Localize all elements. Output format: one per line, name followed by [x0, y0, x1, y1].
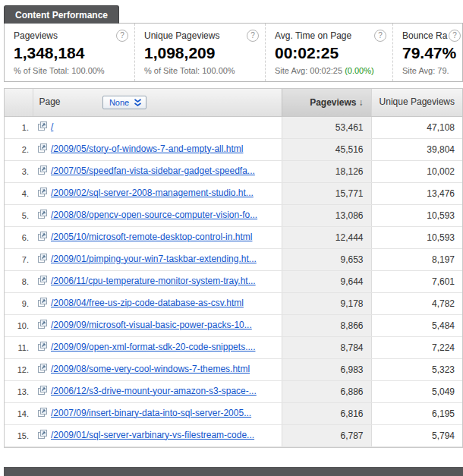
page-cell: /2009/02/sql-server-2008-management-stud…: [33, 182, 282, 204]
metric-title: Unique Pageviews: [144, 30, 257, 41]
dimension-dropdown[interactable]: None: [102, 96, 146, 109]
unique-pageviews-value: 5,049: [371, 380, 462, 402]
page-cell: /2009/09/microsoft-visual-basic-power-pa…: [33, 314, 282, 336]
page-link[interactable]: /2009/01/sql-server-varbinary-vs-filestr…: [51, 430, 254, 440]
page-link[interactable]: /2006/11/cpu-temperature-monitor-system-…: [51, 276, 256, 286]
metric-value: 1,348,184: [14, 44, 127, 62]
help-icon[interactable]: ?: [247, 30, 259, 42]
metric-title: Pageviews: [14, 30, 127, 41]
open-in-new-window-icon[interactable]: [37, 210, 47, 222]
table-body: 1. /: [5, 116, 462, 446]
row-rank: 10.: [5, 314, 33, 336]
page-link[interactable]: /2008/04/free-us-zip-code-database-as-cs…: [51, 298, 244, 308]
open-in-new-window-icon[interactable]: [37, 364, 47, 376]
dimension-dropdown-value: None: [109, 98, 129, 107]
page-link[interactable]: /2005/10/microsoft-remote-desktop-contro…: [51, 232, 252, 242]
page-link[interactable]: /2006/12/s3-drive-mount-your-amazon-s3-s…: [51, 386, 257, 396]
open-in-new-window-icon[interactable]: [37, 232, 47, 244]
unique-pageviews-value: 10,593: [371, 226, 462, 248]
page-link[interactable]: /2009/08/some-very-cool-windows-7-themes…: [51, 364, 250, 374]
open-in-new-window-icon[interactable]: [37, 188, 47, 200]
page-link[interactable]: /2007/05/speedfan-vista-sidebar-gadget-s…: [51, 165, 255, 176]
metric-title: Avg. Time on Page: [275, 30, 385, 41]
page-link[interactable]: /: [51, 121, 53, 132]
unique-pageviews-value: 13,476: [371, 182, 462, 204]
table-row: 7. /2009/01/pimping-your-win7-: [5, 248, 462, 270]
pageviews-value: 9,653: [282, 248, 371, 270]
open-in-new-window-icon[interactable]: [37, 254, 47, 266]
help-icon[interactable]: ?: [374, 30, 386, 42]
page-cell: /2006/11/cpu-temperature-monitor-system-…: [33, 270, 282, 292]
pageviews-value: 6,886: [282, 380, 371, 402]
open-in-new-window-icon[interactable]: [37, 121, 47, 134]
pageviews-value: 18,126: [282, 160, 371, 182]
pageviews-value: 9,178: [282, 292, 371, 314]
open-in-new-window-icon[interactable]: [37, 408, 47, 420]
page-link[interactable]: /2007/09/insert-binary-data-into-sql-ser…: [51, 408, 251, 418]
unique-pageviews-value: 7,224: [371, 336, 462, 358]
metric-pageviews: Pageviews ? 1,348,184 % of Site Total: 1…: [5, 24, 135, 81]
unique-pageviews-value: 8,197: [371, 248, 462, 270]
metric-subtitle: Site Avg: 79.: [402, 66, 462, 75]
unique-pageviews-value: 5,794: [371, 424, 462, 446]
page-cell: /2009/09/open-xml-format-sdk-20-code-sni…: [33, 336, 282, 358]
table-row: 12. /2009/08/some-very-cool-wi: [5, 358, 462, 380]
bottom-bar: [4, 467, 463, 476]
tab-content-performance[interactable]: Content Performance: [4, 5, 119, 24]
row-rank: 15.: [5, 424, 33, 446]
page-link[interactable]: /2009/09/open-xml-format-sdk-20-code-sni…: [51, 342, 255, 352]
page-cell: /2007/09/insert-binary-data-into-sql-ser…: [33, 402, 282, 424]
chevron-double-down-icon: [134, 98, 142, 107]
page-link[interactable]: /2008/08/opencv-open-source-computer-vis…: [51, 210, 257, 220]
page-link[interactable]: /2009/09/microsoft-visual-basic-power-pa…: [51, 320, 252, 330]
row-rank: 13.: [5, 380, 33, 402]
table-row: 2. /2009/05/story-of-windows-7: [5, 138, 462, 160]
page-link[interactable]: /2009/01/pimping-your-win7-taskbar-exten…: [51, 254, 257, 264]
unique-pageviews-value: 4,782: [371, 292, 462, 314]
page-cell: /2005/10/microsoft-remote-desktop-contro…: [33, 226, 282, 248]
table-row: 10. /2009/09/microsoft-visual-: [5, 314, 462, 336]
page-cell: /2009/05/story-of-windows-7-and-empty-al…: [33, 138, 282, 160]
site-avg-text: Site Avg: 00:02:25: [275, 66, 342, 75]
table-row: 13. /2006/12/s3-drive-mount-yo: [5, 380, 462, 402]
unique-pageviews-column-header[interactable]: Unique Pageviews: [371, 89, 462, 116]
unique-pageviews-value: 39,804: [371, 138, 462, 160]
rank-column-header: [5, 89, 33, 116]
row-rank: 14.: [5, 402, 33, 424]
page-link[interactable]: /2009/02/sql-server-2008-management-stud…: [51, 188, 254, 198]
page-link[interactable]: /2009/05/story-of-windows-7-and-empty-al…: [51, 143, 243, 154]
pageviews-value: 12,444: [282, 226, 371, 248]
open-in-new-window-icon[interactable]: [37, 430, 47, 442]
pageviews-value: 53,461: [282, 116, 371, 138]
metric-value: 1,098,209: [144, 44, 257, 62]
help-icon[interactable]: ?: [116, 30, 128, 42]
page-column-label: Page: [39, 96, 61, 107]
open-in-new-window-icon[interactable]: [37, 276, 47, 288]
pageviews-value: 9,644: [282, 270, 371, 292]
open-in-new-window-icon[interactable]: [37, 386, 47, 398]
open-in-new-window-icon[interactable]: [37, 342, 47, 354]
pageviews-column-header[interactable]: Pageviews↓: [282, 89, 371, 116]
metric-unique-pageviews: Unique Pageviews ? 1,098,209 % of Site T…: [135, 24, 266, 81]
help-icon[interactable]: ?: [449, 30, 461, 42]
metrics-summary: Pageviews ? 1,348,184 % of Site Total: 1…: [4, 23, 463, 82]
page-cell: /2009/01/pimping-your-win7-taskbar-exten…: [33, 248, 282, 270]
pageviews-value: 6,816: [282, 402, 371, 424]
unique-pageviews-value: 47,108: [371, 116, 462, 138]
open-in-new-window-icon[interactable]: [37, 298, 47, 310]
pageviews-value: 8,784: [282, 336, 371, 358]
metric-subtitle: % of Site Total: 100.00%: [14, 66, 127, 75]
open-in-new-window-icon[interactable]: [37, 320, 47, 332]
row-rank: 3.: [5, 160, 33, 182]
open-in-new-window-icon[interactable]: [37, 165, 47, 178]
page-cell: /2006/12/s3-drive-mount-your-amazon-s3-s…: [33, 380, 282, 402]
report-widget: Pageviews ? 1,348,184 % of Site Total: 1…: [4, 23, 463, 448]
row-rank: 4.: [5, 182, 33, 204]
pageviews-column-label: Pageviews: [310, 97, 356, 108]
unique-pageviews-value: 6,195: [371, 402, 462, 424]
row-rank: 9.: [5, 292, 33, 314]
pageviews-value: 8,866: [282, 314, 371, 336]
open-in-new-window-icon[interactable]: [37, 143, 47, 156]
page-cell: /: [33, 116, 282, 138]
pageviews-value: 13,086: [282, 204, 371, 226]
